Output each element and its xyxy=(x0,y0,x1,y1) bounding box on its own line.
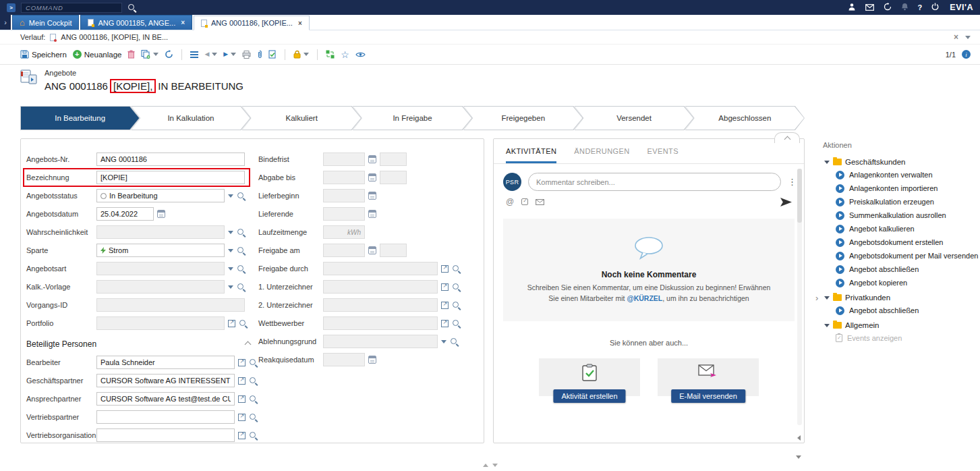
panel-collapse-button[interactable] xyxy=(774,132,800,143)
laufzeitmenge-input[interactable]: kWh xyxy=(323,225,365,239)
print-button[interactable] xyxy=(242,51,251,59)
refresh-button[interactable] xyxy=(165,50,173,59)
copy-button[interactable] xyxy=(141,50,158,59)
search-icon[interactable] xyxy=(249,413,258,422)
open-record-icon[interactable] xyxy=(441,283,449,291)
group-allgemein[interactable]: Allgemein xyxy=(813,319,980,331)
freigabe-am-time-input[interactable] xyxy=(380,244,407,257)
wahrscheinlichkeit-input[interactable] xyxy=(96,225,225,239)
angebotsart-input[interactable] xyxy=(96,262,225,275)
new-button[interactable]: + Neuanlage xyxy=(73,50,122,59)
delete-button[interactable] xyxy=(127,50,135,59)
vertriebspartner-input[interactable] xyxy=(96,410,235,424)
tab-overflow-chevron[interactable]: › xyxy=(0,14,11,30)
stage-in-kalkulation[interactable]: In Kalkulation xyxy=(131,106,250,130)
calendar-icon[interactable] xyxy=(368,210,376,218)
abgabe-bis-input[interactable] xyxy=(323,171,365,184)
group-privatkunden[interactable]: › Privatkunden xyxy=(813,292,980,304)
list-button[interactable] xyxy=(190,51,198,58)
action-item[interactable]: Angebot abschließen xyxy=(813,262,980,276)
tab-events[interactable]: EVENTS xyxy=(647,147,679,163)
calendar-icon[interactable] xyxy=(368,356,376,364)
open-record-icon[interactable] xyxy=(441,320,449,327)
abgabe-bis-time-input[interactable] xyxy=(380,171,407,184)
tab-ang-0001186[interactable]: ANG 0001186, [KOPIE... × xyxy=(194,16,310,30)
calendar-icon[interactable] xyxy=(368,192,376,200)
freigabe-durch-input[interactable] xyxy=(323,262,438,275)
sparte-input[interactable]: Strom xyxy=(96,244,225,257)
search-icon[interactable] xyxy=(452,319,461,328)
angebotsdatum-input[interactable]: 25.04.2022 xyxy=(96,207,154,221)
chevron-down-icon[interactable] xyxy=(153,53,158,56)
tab-ang-0001185[interactable]: ANG 0001185, ANGE... × xyxy=(80,15,192,30)
search-icon[interactable] xyxy=(237,192,246,200)
info-icon[interactable]: i xyxy=(962,50,971,59)
action-item[interactable]: Anlagenkonten verwalten xyxy=(813,168,980,182)
portfolio-input[interactable] xyxy=(96,316,225,330)
stage-freigegeben[interactable]: Freigegeben xyxy=(463,106,583,130)
chevron-down-icon[interactable] xyxy=(231,53,236,56)
unterzeichner2-input[interactable] xyxy=(323,298,438,312)
lock-button[interactable] xyxy=(293,50,309,59)
wettbewerber-input[interactable] xyxy=(323,316,438,330)
ansprechpartner-input[interactable]: CURSOR Software AG test@test.de CURS... xyxy=(96,392,235,406)
collapse-icon[interactable] xyxy=(245,341,252,348)
mail-icon[interactable] xyxy=(865,1,874,13)
transfer-button[interactable] xyxy=(326,50,335,59)
search-icon[interactable] xyxy=(127,3,136,12)
bearbeiter-input[interactable]: Paula Schneider xyxy=(96,356,235,369)
save-button[interactable]: Speichern xyxy=(20,50,67,59)
dropdown-icon[interactable] xyxy=(228,267,233,271)
tab-mein-cockpit[interactable]: ⌂ Mein Cockpit xyxy=(12,15,79,30)
action-item[interactable]: Angebotsdokument per Mail versenden xyxy=(813,249,980,262)
calendar-icon[interactable] xyxy=(368,246,376,254)
kalk-vorlage-input[interactable] xyxy=(96,280,225,294)
stage-in-bearbeitung[interactable]: In Bearbeitung xyxy=(20,106,140,130)
open-record-icon[interactable] xyxy=(441,265,449,273)
collapse-triangle-icon[interactable] xyxy=(824,296,830,300)
open-record-icon[interactable] xyxy=(228,320,235,327)
user-icon[interactable] xyxy=(848,1,856,13)
open-record-icon[interactable] xyxy=(238,414,246,421)
stage-abgeschlossen[interactable]: Abgeschlossen xyxy=(685,106,805,130)
freigabe-am-input[interactable] xyxy=(323,244,365,257)
favorite-button[interactable]: ☆ xyxy=(341,50,349,59)
search-icon[interactable] xyxy=(249,395,258,404)
vorgangs-id-input[interactable] xyxy=(96,298,245,312)
lieferende-input[interactable] xyxy=(323,207,365,221)
angebots-nr-input[interactable]: ANG 0001186 xyxy=(96,153,245,166)
dropdown-icon[interactable] xyxy=(441,340,446,343)
stage-kalkuliert[interactable]: Kalkuliert xyxy=(242,106,362,130)
close-icon[interactable]: × xyxy=(181,19,185,26)
bindefrist-time-input[interactable] xyxy=(380,153,407,166)
chevron-down-icon[interactable] xyxy=(212,53,217,56)
collapse-triangle-icon[interactable] xyxy=(824,161,830,164)
action-item[interactable]: Angebot kalkulieren xyxy=(813,222,980,236)
nav-forward-button[interactable]: ▶ xyxy=(223,51,236,57)
stage-versendet[interactable]: Versendet xyxy=(574,106,693,130)
action-item[interactable]: Angebot abschließen xyxy=(813,304,980,317)
scrollbar-thumb[interactable] xyxy=(797,169,802,223)
bindefrist-input[interactable] xyxy=(323,153,365,166)
reakquisedatum-input[interactable] xyxy=(323,353,365,366)
search-icon[interactable] xyxy=(450,337,459,346)
collapse-triangle-icon[interactable] xyxy=(824,324,830,327)
task-icon[interactable] xyxy=(521,198,528,205)
dropdown-icon[interactable] xyxy=(228,249,233,252)
watch-button[interactable] xyxy=(355,51,366,58)
search-icon[interactable] xyxy=(249,377,258,385)
chevron-down-icon[interactable] xyxy=(304,53,309,56)
scroll-left-button[interactable] xyxy=(793,433,804,443)
close-icon[interactable]: × xyxy=(298,20,302,27)
open-record-icon[interactable] xyxy=(238,359,246,366)
mention-icon[interactable]: @ xyxy=(506,197,514,206)
tab-aktivitaeten[interactable]: AKTIVITÄTEN xyxy=(506,147,556,163)
calendar-icon[interactable] xyxy=(368,155,376,163)
action-item[interactable]: Angebot kopieren xyxy=(813,276,980,289)
calendar-icon[interactable] xyxy=(157,210,165,218)
dropdown-icon[interactable] xyxy=(228,194,233,198)
action-item[interactable]: Angebotsdokument erstellen xyxy=(813,236,980,249)
open-record-icon[interactable] xyxy=(238,432,246,439)
scroll-down-button[interactable] xyxy=(793,452,804,462)
dropdown-icon[interactable] xyxy=(228,285,233,289)
